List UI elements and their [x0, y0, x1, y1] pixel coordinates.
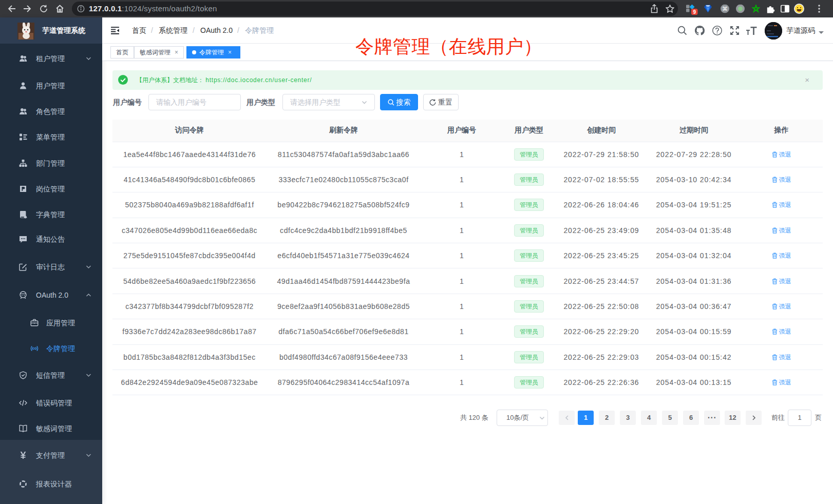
svg-text:9: 9 — [693, 9, 696, 15]
svg-text:a: a — [33, 346, 35, 350]
svg-text:⌘: ⌘ — [722, 6, 728, 12]
